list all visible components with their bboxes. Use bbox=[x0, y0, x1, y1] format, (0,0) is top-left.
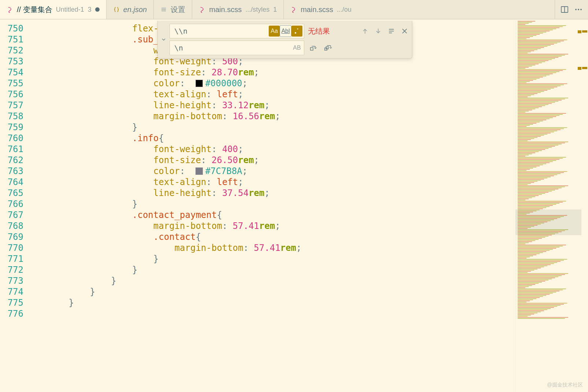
overview-ruler[interactable] bbox=[581, 19, 588, 392]
tab-variables[interactable]: // 变量集合 Untitled-1 3 bbox=[0, 0, 107, 19]
ruler-marker bbox=[582, 67, 587, 69]
tab-bar: // 变量集合 Untitled-1 3 en.json 设置 main.scs… bbox=[0, 0, 588, 19]
minimap-marker bbox=[578, 67, 581, 70]
tab-suffix: Untitled-1 bbox=[56, 6, 84, 14]
dirty-indicator bbox=[95, 7, 100, 12]
match-case-toggle[interactable]: Aa bbox=[269, 26, 280, 37]
minimap-marker bbox=[578, 30, 581, 33]
watermark: @掘金技术社区 bbox=[547, 382, 583, 388]
whole-word-toggle[interactable]: Abl bbox=[280, 25, 291, 37]
previous-match-button[interactable] bbox=[361, 27, 369, 35]
tab-main-styles[interactable]: main.scss .../styles 1 bbox=[192, 0, 284, 19]
sass-icon bbox=[7, 6, 13, 13]
code-editor[interactable]: 7507517527537547557567577587597607617627… bbox=[0, 19, 515, 392]
tab-actions bbox=[555, 0, 588, 19]
toggle-replace-button[interactable] bbox=[158, 21, 170, 58]
replace-one-button[interactable] bbox=[308, 42, 319, 53]
split-editor-icon[interactable] bbox=[560, 5, 569, 14]
svg-rect-17 bbox=[310, 48, 313, 50]
tab-label: main.scss bbox=[301, 5, 333, 14]
line-number-gutter: 7507517527537547557567577587597607617627… bbox=[0, 19, 26, 392]
tab-label: main.scss bbox=[209, 5, 242, 14]
tab-badge: 3 bbox=[88, 6, 92, 14]
tab-badge: 1 bbox=[273, 6, 277, 14]
minimap[interactable] bbox=[515, 19, 581, 392]
replace-input[interactable] bbox=[174, 43, 291, 53]
replace-all-button[interactable] bbox=[323, 42, 334, 53]
next-match-button[interactable] bbox=[374, 27, 383, 35]
tab-label: en.json bbox=[123, 5, 147, 14]
find-status: 无结果 bbox=[308, 26, 357, 36]
tab-settings[interactable]: 设置 bbox=[154, 0, 192, 19]
tab-en-json[interactable]: en.json bbox=[107, 0, 154, 19]
tab-label: 设置 bbox=[171, 5, 185, 15]
svg-point-7 bbox=[580, 9, 582, 10]
settings-icon bbox=[160, 6, 167, 13]
ruler-marker bbox=[582, 30, 587, 33]
regex-toggle[interactable]: * bbox=[291, 26, 302, 37]
close-find-button[interactable] bbox=[400, 27, 409, 35]
tab-label: // 变量集合 bbox=[17, 5, 52, 15]
svg-point-6 bbox=[578, 9, 579, 10]
find-replace-widget: Aa Abl * 无结果 AB bbox=[157, 21, 412, 59]
svg-rect-8 bbox=[295, 32, 296, 34]
tab-main-ou[interactable]: main.scss .../ou bbox=[284, 0, 555, 19]
svg-point-5 bbox=[575, 9, 577, 10]
preserve-case-toggle[interactable]: AB bbox=[291, 42, 302, 53]
code-content[interactable]: flex-direction: .sub_title{ width: 100%;… bbox=[26, 19, 515, 392]
more-icon[interactable] bbox=[574, 5, 583, 14]
search-input-wrap: Aa Abl * bbox=[170, 24, 304, 38]
editor-area: 7507517527537547557567577587597607617627… bbox=[0, 19, 588, 392]
sass-icon bbox=[199, 6, 205, 13]
svg-text:*: * bbox=[297, 28, 298, 32]
json-icon bbox=[113, 6, 120, 13]
tab-suffix: .../styles bbox=[245, 6, 269, 14]
sass-icon bbox=[290, 6, 297, 13]
search-input[interactable] bbox=[174, 26, 269, 36]
tab-suffix: .../ou bbox=[337, 6, 351, 14]
find-in-selection-button[interactable] bbox=[387, 27, 396, 35]
replace-input-wrap: AB bbox=[170, 41, 304, 55]
